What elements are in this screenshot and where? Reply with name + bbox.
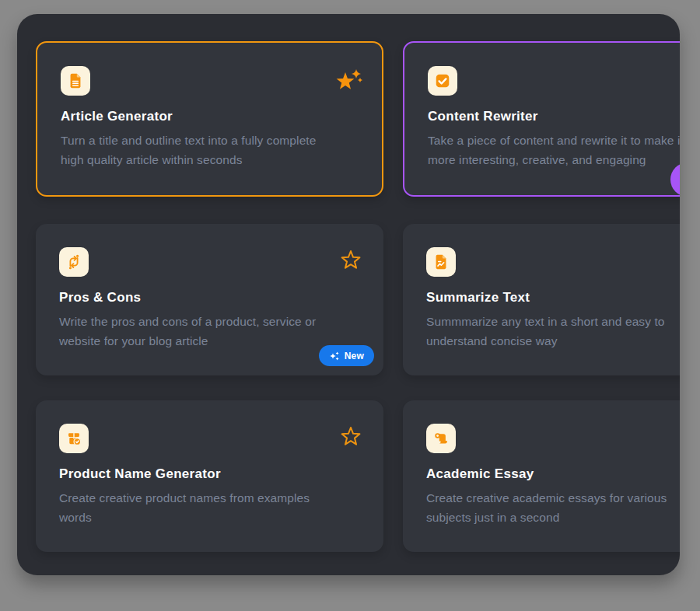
sparkle-icon — [329, 351, 340, 361]
card-description: Write the pros and cons of a product, se… — [59, 312, 360, 351]
swap-arrows-icon — [59, 247, 89, 277]
tool-card-pros-and-cons[interactable]: Pros & Cons Write the pros and cons of a… — [36, 224, 383, 375]
card-title: Summarize Text — [426, 290, 680, 306]
tools-panel: Article Generator Turn a title and outli… — [17, 14, 680, 575]
favorite-star-outline-icon[interactable] — [339, 424, 362, 448]
favorite-star-outline-icon[interactable] — [339, 248, 362, 271]
card-description: Summmarize any text in a short and easy … — [426, 312, 680, 351]
summary-document-icon — [426, 247, 456, 277]
card-title: Pros & Cons — [59, 290, 360, 306]
tool-card-summarize-text[interactable]: Summarize Text Summmarize any text in a … — [403, 224, 680, 375]
product-box-check-icon — [59, 424, 89, 453]
card-description: Turn a title and outline text into a ful… — [61, 131, 359, 170]
favorite-star-filled-icon[interactable] — [333, 63, 364, 94]
card-description: Create creative academic essays for vari… — [426, 489, 680, 528]
tool-card-content-rewriter[interactable]: Content Rewriter Take a piece of content… — [403, 41, 680, 197]
article-document-icon — [61, 66, 90, 96]
tool-card-academic-essay[interactable]: Academic Essay Create creative academic … — [403, 400, 680, 552]
scroll-icon — [426, 424, 456, 453]
card-title: Content Rewriter — [428, 109, 680, 124]
new-badge: New — [319, 345, 374, 366]
card-title: Product Name Generator — [59, 466, 360, 482]
tool-card-article-generator[interactable]: Article Generator Turn a title and outli… — [36, 41, 383, 197]
new-badge-label: New — [345, 351, 364, 361]
tool-card-product-name-generator[interactable]: Product Name Generator Create creative p… — [36, 400, 383, 552]
checkbox-icon — [428, 66, 457, 96]
card-title: Academic Essay — [426, 466, 680, 482]
card-description: Create creative product names from examp… — [59, 489, 360, 528]
card-title: Article Generator — [61, 109, 359, 124]
card-description: Take a piece of content and rewrite it t… — [428, 131, 680, 170]
